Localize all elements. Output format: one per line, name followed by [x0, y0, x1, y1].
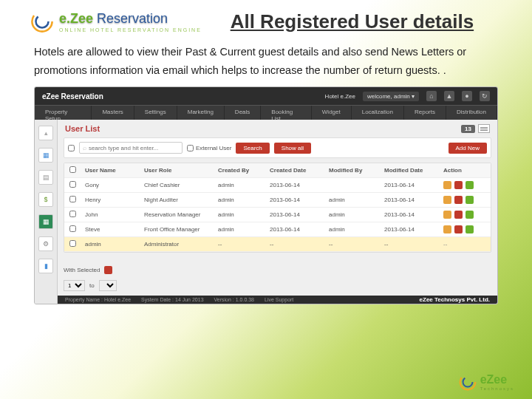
- bulk-delete-icon[interactable]: [104, 266, 112, 274]
- logo-main: e.Zee: [59, 11, 93, 26]
- delete-icon[interactable]: [454, 196, 463, 204]
- search-box: ⌕: [79, 142, 183, 154]
- edit-icon[interactable]: [443, 211, 451, 219]
- nav-deals[interactable]: Deals: [225, 106, 261, 120]
- user-menu[interactable]: welcome, admin ▾: [363, 92, 419, 101]
- sidebar-money-icon[interactable]: $: [38, 192, 53, 207]
- table-row: JohnReservation Manageradmin2013-06-14ad…: [64, 208, 491, 222]
- status-icon[interactable]: [466, 196, 474, 204]
- search-button[interactable]: Search: [236, 143, 269, 154]
- col-header: User Name: [81, 164, 140, 177]
- sidebar-arrow-icon[interactable]: ▴: [38, 126, 53, 140]
- user-table: User NameUser RoleCreated ByCreated Date…: [64, 163, 491, 253]
- table-row: adminAdministrator----------: [64, 237, 491, 252]
- col-header: Modified By: [324, 164, 380, 177]
- logo-sub: Reservation: [97, 11, 168, 26]
- swirl-icon: [458, 372, 477, 392]
- lock-icon[interactable]: ●: [462, 91, 472, 101]
- edit-icon[interactable]: [443, 181, 451, 189]
- left-sidebar: ▴ ▦ ▤ $ ▦ ⚙ ▮: [35, 120, 58, 304]
- nav-widget[interactable]: Widget: [312, 106, 352, 120]
- row-checkbox[interactable]: [69, 225, 76, 232]
- svg-point-1: [36, 16, 49, 28]
- page-from-select[interactable]: 1: [64, 280, 85, 291]
- app-brand: eZee Reservation: [42, 92, 103, 100]
- footer-support[interactable]: Live Support: [265, 297, 293, 302]
- sidebar-chart-icon[interactable]: ▮: [38, 259, 53, 273]
- table-row: GonyChief Cashieradmin2013-06-142013-06-…: [64, 178, 491, 193]
- select-all-checkbox[interactable]: [69, 166, 76, 173]
- page-title: All Registered User details: [202, 10, 502, 33]
- row-checkbox[interactable]: [69, 196, 76, 202]
- nav-property-setup[interactable]: Property Setup: [35, 106, 92, 120]
- nav-reports[interactable]: Reports: [404, 106, 446, 120]
- svg-point-3: [463, 378, 472, 387]
- footer-sysdate: System Date : 14 Jun 2013: [141, 297, 203, 302]
- page-to-select[interactable]: [99, 280, 117, 291]
- footer-brand: eZee Technosys Pvt. Ltd.: [420, 296, 490, 303]
- swirl-icon: [30, 9, 55, 34]
- col-header: Modified Date: [380, 164, 439, 177]
- delete-icon[interactable]: [454, 181, 463, 189]
- nav-distribution[interactable]: Distribution: [446, 106, 497, 120]
- col-header: [64, 163, 81, 177]
- pager-to: to: [89, 282, 95, 289]
- col-header: Action: [439, 164, 491, 177]
- toolbar: ⌕ External User Search Show all Add New: [64, 137, 491, 158]
- topbar: eZee Reservation Hotel e.Zee welcome, ad…: [35, 87, 497, 105]
- row-checkbox[interactable]: [69, 181, 76, 188]
- delete-icon[interactable]: [454, 211, 463, 219]
- nav-booking-list[interactable]: Booking List: [261, 106, 312, 120]
- page-description: Hotels are allowed to view their Past & …: [0, 38, 532, 86]
- sidebar-gear-icon[interactable]: ⚙: [38, 236, 53, 251]
- bulk-actions: With Selected: [64, 266, 491, 274]
- app-window: eZee Reservation Hotel e.Zee welcome, ad…: [34, 86, 498, 304]
- row-checkbox[interactable]: [69, 211, 76, 217]
- status-footer: Property Name : Hotel e.Zee System Date …: [58, 296, 497, 304]
- logo-tagline: ONLINE HOTEL RESERVATION ENGINE: [59, 27, 202, 33]
- sidebar-page-icon[interactable]: ▤: [38, 170, 53, 185]
- nav-marketing[interactable]: Marketing: [177, 106, 225, 120]
- nav-settings[interactable]: Settings: [134, 106, 177, 120]
- delete-icon[interactable]: [454, 225, 463, 233]
- home-icon[interactable]: ⌂: [426, 91, 437, 101]
- count-badge: 13: [461, 125, 475, 133]
- addnew-button[interactable]: Add New: [449, 143, 487, 154]
- col-header: Created Date: [265, 164, 324, 177]
- ezee-logo: e.Zee Reservation ONLINE HOTEL RESERVATI…: [30, 9, 202, 34]
- logout-icon[interactable]: ↻: [480, 91, 490, 101]
- hotel-label: Hotel e.Zee: [325, 93, 355, 100]
- nav-masters[interactable]: Masters: [92, 106, 134, 120]
- status-icon[interactable]: [466, 211, 474, 219]
- status-icon[interactable]: [466, 225, 474, 233]
- showall-button[interactable]: Show all: [274, 143, 311, 154]
- footer-version: Version : 1.0.0.38: [214, 297, 254, 302]
- section-title: User List: [65, 124, 100, 133]
- footer-property: Property Name : Hotel e.Zee: [65, 297, 131, 302]
- row-checkbox[interactable]: [69, 240, 76, 247]
- bell-icon[interactable]: ▲: [444, 91, 454, 101]
- sidebar-calendar-icon[interactable]: ▦: [38, 148, 53, 163]
- search-input[interactable]: [89, 145, 179, 151]
- bottom-logo: eZee Technosys: [458, 372, 514, 392]
- edit-icon[interactable]: [443, 225, 451, 233]
- status-icon[interactable]: [466, 181, 474, 189]
- external-user-check[interactable]: External User: [187, 145, 231, 151]
- sidebar-sheet-icon[interactable]: ▦: [38, 214, 53, 229]
- table-row: HenryNight Auditeradmin2013-06-14admin20…: [64, 193, 491, 208]
- edit-icon[interactable]: [443, 196, 451, 204]
- search-icon: ⌕: [83, 144, 86, 151]
- col-header: Created By: [214, 164, 265, 177]
- nav-localization[interactable]: Localization: [352, 106, 404, 120]
- main-nav: Property SetupMastersSettingsMarketingDe…: [35, 105, 497, 120]
- toolbar-checkbox[interactable]: [68, 145, 75, 151]
- table-row: SteveFront Office Manageradmin2013-06-14…: [64, 222, 491, 237]
- list-view-icon[interactable]: [478, 124, 490, 133]
- table-header: User NameUser RoleCreated ByCreated Date…: [64, 163, 491, 178]
- col-header: User Role: [140, 164, 214, 177]
- pager: 1 to: [64, 280, 491, 291]
- with-selected-label: With Selected: [64, 267, 100, 273]
